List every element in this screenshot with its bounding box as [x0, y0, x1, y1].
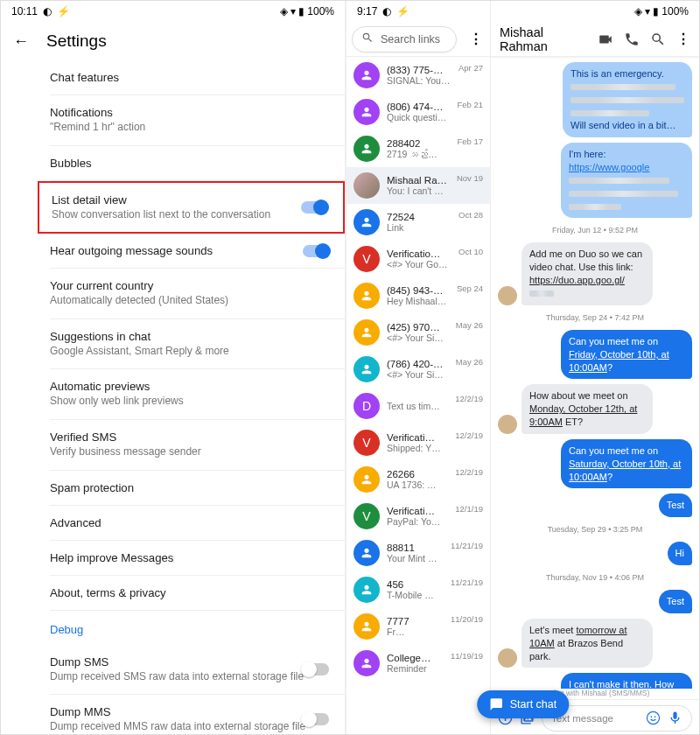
message-bubble[interactable]: Can you meet me on Saturday, October 10t…: [561, 439, 692, 489]
battery-icon: ▮: [653, 5, 659, 18]
conversation-item[interactable]: 26266UA 1736: … 12/2/19: [346, 461, 490, 498]
settings-item[interactable]: Bubbles: [50, 146, 345, 181]
message-bubble[interactable]: This is an emergency.Will send video in …: [563, 62, 692, 137]
status-bar-left: 10:11 ◐ ⚡ ◈ ▾ ▮ 100%: [1, 1, 345, 22]
bolt-icon: ⚡: [57, 5, 70, 18]
settings-item[interactable]: Verified SMSVerify business message send…: [50, 420, 345, 471]
hotspot-icon: ◈: [634, 5, 642, 18]
time-separator: Thursday, Sep 24 • 7:42 PM: [498, 313, 692, 322]
message-row: I'm here: https://www.google: [498, 143, 692, 218]
search-input[interactable]: Search links: [352, 26, 457, 52]
conversation-item[interactable]: 88811Your Mint … 11/21/19: [346, 535, 490, 571]
message-row: This is an emergency.Will send video in …: [498, 62, 692, 137]
conversation-item[interactable]: 456T-Mobile … 11/21/19: [346, 571, 490, 608]
message-row: Test: [498, 494, 692, 517]
conversation-item[interactable]: V Verificati…PayPal: Yo… 12/1/19: [346, 498, 490, 535]
phone-icon[interactable]: [624, 32, 640, 47]
chat-title: Mishaal Rahman: [500, 25, 587, 53]
avatar: [354, 99, 380, 125]
settings-item[interactable]: About, terms & privacy: [50, 576, 345, 611]
search-icon[interactable]: [650, 32, 666, 47]
bolt-icon: ⚡: [396, 5, 410, 18]
conversation-item[interactable]: College…Reminder 11/19/19: [346, 645, 490, 682]
fab-label: Start chat: [510, 698, 557, 710]
settings-item[interactable]: Help improve Messages: [50, 541, 345, 576]
message-bubble[interactable]: Test: [659, 494, 692, 517]
message-bubble[interactable]: Test: [659, 590, 692, 613]
battery-pct: 100%: [307, 5, 334, 18]
conversation-item[interactable]: (806) 474-…Quick questi… Feb 21: [346, 94, 490, 130]
message-bubble[interactable]: Let's meet tomorrow at 10AM at Brazos Be…: [522, 619, 653, 668]
toggle[interactable]: [303, 713, 329, 725]
settings-item[interactable]: Notifications"Remind 1 hr" action: [50, 95, 345, 146]
settings-item[interactable]: Chat features: [50, 60, 345, 95]
settings-item[interactable]: Advanced: [50, 506, 345, 541]
message-bubble[interactable]: I'm here: https://www.google: [561, 143, 692, 218]
conversation-item[interactable]: 7777Fr… 11/20/19: [346, 608, 490, 645]
conversation-item[interactable]: V Verificatio…<#> Your Go… Oct 10: [346, 241, 490, 277]
toggle[interactable]: [301, 201, 327, 214]
settings-item[interactable]: Dump SMSDump received SMS raw data into …: [50, 645, 345, 696]
settings-item[interactable]: List detail viewShow conversation list n…: [38, 181, 345, 234]
back-icon[interactable]: ←: [13, 32, 29, 51]
message-row: Can you meet me on Saturday, October 10t…: [498, 439, 692, 489]
message-bubble[interactable]: Add me on Duo so we can video chat. Use …: [522, 242, 653, 304]
mic-icon[interactable]: [668, 710, 682, 725]
search-placeholder: Search links: [381, 33, 440, 46]
avatar: [354, 650, 380, 676]
status-time: 10:11: [11, 5, 38, 18]
message-row: Test: [498, 590, 692, 613]
avatar: [354, 613, 380, 640]
message-bubble[interactable]: I can't make it then. How about Saturday…: [561, 673, 692, 689]
avatar: [354, 466, 380, 493]
settings-item[interactable]: Dump MMSDump received MMS raw data into …: [50, 695, 345, 735]
more-icon[interactable]: ⋮: [462, 31, 490, 47]
debug-header: Debug: [50, 611, 345, 645]
conversation-item[interactable]: 2884022719 သည်… Feb 17: [346, 130, 490, 167]
conversation-item[interactable]: 72524Link Oct 28: [346, 204, 490, 241]
status-icons-right: ◈ ▾ ▮ 100%: [491, 1, 699, 22]
toggle[interactable]: [303, 245, 329, 257]
toggle[interactable]: [303, 663, 329, 676]
settings-item[interactable]: Hear outgoing message sounds: [50, 234, 345, 269]
avatar: [354, 319, 380, 346]
conversation-item[interactable]: (845) 943-…Hey Mishaal… Sep 24: [346, 277, 490, 314]
video-call-icon[interactable]: [598, 32, 613, 47]
avatar: [354, 356, 380, 382]
svg-point-1: [654, 716, 656, 718]
start-chat-fab[interactable]: Start chat: [477, 690, 570, 718]
emoji-icon[interactable]: [646, 710, 661, 725]
search-icon: [361, 32, 374, 46]
avatar: [354, 283, 380, 309]
conversation-item[interactable]: D Text us tim… 12/2/19: [346, 388, 490, 424]
conversation-item[interactable]: (786) 420-…<#> Your Si… May 26: [346, 351, 490, 388]
settings-item[interactable]: Your current countryAutomatically detect…: [50, 269, 345, 319]
conversation-item[interactable]: (425) 970…<#> Your Si… May 26: [346, 314, 490, 351]
settings-item[interactable]: Automatic previewsShow only web link pre…: [50, 369, 345, 420]
avatar: [354, 209, 380, 235]
avatar: [498, 648, 517, 668]
chat-header: Mishaal Rahman ⋮: [491, 22, 699, 57]
settings-app-bar: ← Settings: [1, 22, 345, 60]
avatar: [498, 415, 517, 434]
message-row: Can you meet me on Friday, October 10th,…: [498, 330, 692, 380]
message-bubble[interactable]: How about we meet on Monday, October 12t…: [522, 384, 653, 434]
more-icon[interactable]: ⋮: [676, 31, 690, 47]
status-bar-right: 9:17 ◐ ⚡: [346, 1, 490, 22]
battery-icon: ▮: [298, 5, 304, 18]
settings-item[interactable]: Spam protection: [50, 471, 345, 506]
status-time: 9:17: [357, 5, 377, 18]
message-bubble[interactable]: Can you meet me on Friday, October 10th,…: [561, 330, 692, 380]
conversation-item[interactable]: Mishaal Ra…You: I can't … Nov 19: [346, 167, 490, 204]
conversation-item[interactable]: V Verificati…Shipped: Y… 12/2/19: [346, 424, 490, 461]
avatar: V: [354, 430, 380, 456]
nav-icon: ◐: [382, 5, 391, 18]
page-title: Settings: [46, 32, 107, 51]
avatar: D: [354, 393, 380, 419]
message-bubble[interactable]: Hi: [668, 542, 692, 565]
hotspot-icon: ◈: [280, 5, 288, 18]
conversation-item[interactable]: (833) 775-…SIGNAL: You… Apr 27: [346, 57, 490, 94]
avatar: [354, 172, 380, 199]
settings-item[interactable]: Suggestions in chatGoogle Assistant, Sma…: [50, 319, 345, 370]
avatar: [354, 62, 380, 88]
